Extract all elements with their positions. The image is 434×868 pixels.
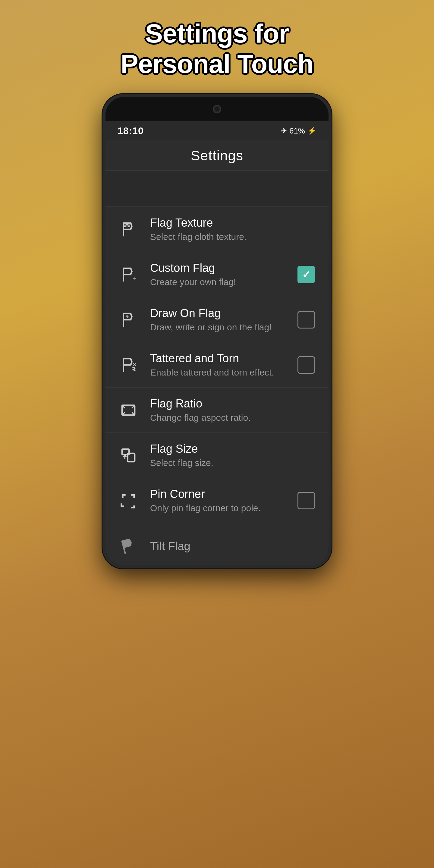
flag-ratio-text: Flag Ratio Change flag aspect ratio. <box>150 397 316 423</box>
settings-item-flag-size[interactable]: Flag Size Select flag size. <box>105 433 329 478</box>
pin-corner-title: Pin Corner <box>150 488 285 501</box>
settings-item-tattered[interactable]: ✕ Tattered and Torn Enable tattered and … <box>105 342 329 388</box>
empty-section <box>105 170 329 207</box>
flag-texture-title: Flag Texture <box>150 216 316 229</box>
flag-size-text: Flag Size Select flag size. <box>150 442 316 468</box>
svg-line-8 <box>133 369 135 371</box>
custom-flag-control[interactable] <box>296 264 316 285</box>
status-bar: 18:10 ✈ 61% ⚡ <box>105 121 329 141</box>
settings-item-draw-on-flag[interactable]: Draw On Flag Draw, write or sign on the … <box>105 297 329 342</box>
flag-texture-icon <box>118 218 139 240</box>
battery-indicator: 61% <box>289 126 305 135</box>
draw-on-flag-icon <box>118 309 139 331</box>
tattered-text: Tattered and Torn Enable tattered and to… <box>150 352 285 378</box>
flag-ratio-subtitle: Change flag aspect ratio. <box>150 412 316 423</box>
tilt-flag-icon <box>118 535 139 557</box>
charging-icon: ⚡ <box>307 127 316 135</box>
settings-item-custom-flag[interactable]: + Custom Flag Create your own flag! <box>105 252 329 297</box>
settings-item-flag-ratio[interactable]: Flag Ratio Change flag aspect ratio. <box>105 388 329 433</box>
page-title: Settings for Personal Touch <box>121 18 313 79</box>
custom-flag-icon: + <box>118 264 139 285</box>
svg-rect-3 <box>126 225 128 227</box>
draw-on-flag-control[interactable] <box>296 310 316 330</box>
flag-size-subtitle: Select flag size. <box>150 458 316 468</box>
app-title: Settings <box>191 147 243 164</box>
svg-text:✕: ✕ <box>132 361 137 368</box>
pin-corner-checkbox[interactable] <box>298 492 315 509</box>
flag-texture-text: Flag Texture Select flag cloth texture. <box>150 216 316 242</box>
svg-rect-0 <box>124 224 126 225</box>
tilt-flag-title: Tilt Flag <box>150 540 316 553</box>
airplane-icon: ✈ <box>281 127 287 135</box>
draw-on-flag-title: Draw On Flag <box>150 307 285 320</box>
pin-corner-subtitle: Only pin flag corner to pole. <box>150 503 285 513</box>
svg-rect-1 <box>126 224 128 225</box>
tattered-checkbox[interactable] <box>298 356 315 374</box>
tattered-control[interactable] <box>296 355 316 375</box>
pin-corner-control[interactable] <box>296 490 316 511</box>
settings-item-tilt-flag[interactable]: Tilt Flag <box>105 523 329 565</box>
flag-ratio-title: Flag Ratio <box>150 397 316 410</box>
pin-corner-text: Pin Corner Only pin flag corner to pole. <box>150 488 285 513</box>
custom-flag-subtitle: Create your own flag! <box>150 277 285 287</box>
flag-size-icon <box>118 444 139 466</box>
tattered-icon: ✕ <box>118 354 139 376</box>
tattered-title: Tattered and Torn <box>150 352 285 365</box>
draw-on-flag-subtitle: Draw, write or sign on the flag! <box>150 322 285 333</box>
phone-device: 18:10 ✈ 61% ⚡ Settings <box>102 94 332 568</box>
custom-flag-title: Custom Flag <box>150 261 285 275</box>
status-time: 18:10 <box>118 125 144 136</box>
settings-item-flag-texture[interactable]: Flag Texture Select flag cloth texture. <box>105 207 329 252</box>
draw-on-flag-checkbox[interactable] <box>298 311 315 329</box>
phone-notch <box>105 97 329 121</box>
settings-item-pin-corner[interactable]: Pin Corner Only pin flag corner to pole. <box>105 478 329 523</box>
flag-ratio-icon <box>118 399 139 421</box>
app-header: Settings <box>105 141 329 170</box>
svg-rect-5 <box>128 225 130 227</box>
tilt-flag-text: Tilt Flag <box>150 540 316 553</box>
pin-corner-icon <box>118 490 139 512</box>
status-icons: ✈ 61% ⚡ <box>281 126 316 135</box>
draw-on-flag-text: Draw On Flag Draw, write or sign on the … <box>150 307 285 333</box>
svg-rect-2 <box>124 225 126 227</box>
svg-text:+: + <box>133 275 136 281</box>
tattered-subtitle: Enable tattered and torn effect. <box>150 367 285 378</box>
settings-list: Flag Texture Select flag cloth texture. … <box>105 207 329 565</box>
custom-flag-text: Custom Flag Create your own flag! <box>150 261 285 287</box>
svg-rect-4 <box>128 224 130 225</box>
flag-size-title: Flag Size <box>150 442 316 456</box>
flag-texture-subtitle: Select flag cloth texture. <box>150 232 316 242</box>
camera <box>213 105 221 113</box>
side-button <box>330 169 332 199</box>
custom-flag-checkbox[interactable] <box>298 266 315 283</box>
